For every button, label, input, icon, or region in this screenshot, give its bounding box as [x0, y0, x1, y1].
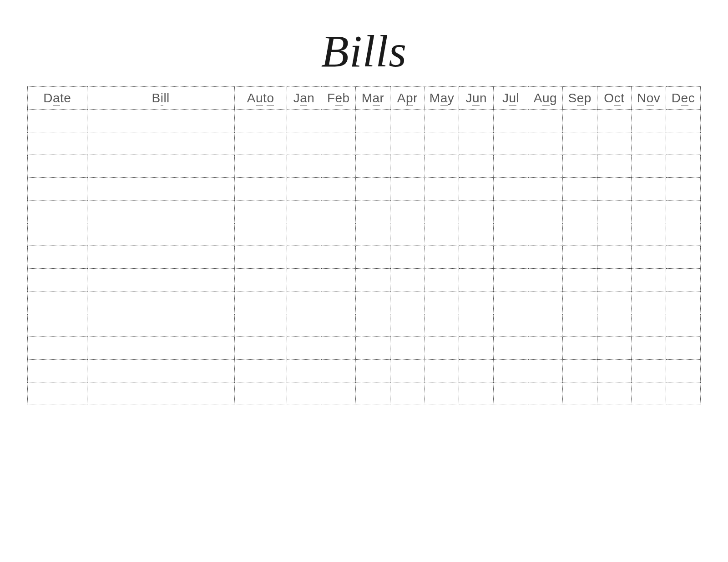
- table-cell[interactable]: [356, 155, 390, 178]
- table-cell[interactable]: [234, 337, 287, 360]
- table-cell[interactable]: [666, 382, 701, 405]
- table-cell[interactable]: [321, 269, 356, 291]
- table-cell[interactable]: [597, 246, 632, 269]
- table-cell[interactable]: [287, 382, 321, 405]
- table-cell[interactable]: [459, 110, 494, 132]
- table-cell[interactable]: [528, 337, 562, 360]
- table-cell[interactable]: [632, 314, 666, 337]
- table-cell[interactable]: [425, 132, 459, 155]
- table-cell[interactable]: [459, 246, 494, 269]
- table-cell[interactable]: [234, 314, 287, 337]
- table-cell[interactable]: [632, 201, 666, 223]
- table-cell[interactable]: [87, 155, 234, 178]
- table-cell[interactable]: [632, 132, 666, 155]
- table-cell[interactable]: [528, 360, 562, 382]
- table-cell[interactable]: [390, 178, 425, 201]
- table-cell[interactable]: [356, 314, 390, 337]
- table-cell[interactable]: [494, 201, 528, 223]
- table-cell[interactable]: [562, 155, 597, 178]
- table-cell[interactable]: [287, 360, 321, 382]
- table-cell[interactable]: [597, 110, 632, 132]
- table-cell[interactable]: [666, 132, 701, 155]
- table-cell[interactable]: [28, 269, 87, 291]
- table-cell[interactable]: [459, 291, 494, 314]
- table-cell[interactable]: [528, 382, 562, 405]
- table-cell[interactable]: [321, 132, 356, 155]
- table-cell[interactable]: [666, 155, 701, 178]
- table-cell[interactable]: [321, 337, 356, 360]
- table-cell[interactable]: [459, 178, 494, 201]
- table-cell[interactable]: [562, 132, 597, 155]
- table-cell[interactable]: [632, 382, 666, 405]
- table-cell[interactable]: [562, 110, 597, 132]
- table-cell[interactable]: [28, 110, 87, 132]
- table-cell[interactable]: [356, 178, 390, 201]
- table-cell[interactable]: [562, 269, 597, 291]
- table-cell[interactable]: [87, 223, 234, 246]
- table-cell[interactable]: [528, 269, 562, 291]
- table-cell[interactable]: [356, 132, 390, 155]
- table-cell[interactable]: [390, 269, 425, 291]
- table-cell[interactable]: [321, 291, 356, 314]
- table-cell[interactable]: [87, 132, 234, 155]
- table-cell[interactable]: [459, 155, 494, 178]
- table-cell[interactable]: [562, 291, 597, 314]
- table-cell[interactable]: [390, 201, 425, 223]
- table-cell[interactable]: [528, 223, 562, 246]
- table-cell[interactable]: [356, 337, 390, 360]
- table-cell[interactable]: [356, 269, 390, 291]
- table-cell[interactable]: [632, 178, 666, 201]
- table-cell[interactable]: [234, 178, 287, 201]
- table-cell[interactable]: [562, 382, 597, 405]
- table-cell[interactable]: [87, 382, 234, 405]
- table-cell[interactable]: [494, 178, 528, 201]
- table-cell[interactable]: [528, 132, 562, 155]
- table-cell[interactable]: [87, 110, 234, 132]
- table-cell[interactable]: [87, 201, 234, 223]
- table-cell[interactable]: [321, 178, 356, 201]
- table-cell[interactable]: [87, 291, 234, 314]
- table-cell[interactable]: [87, 360, 234, 382]
- table-cell[interactable]: [666, 291, 701, 314]
- table-cell[interactable]: [666, 110, 701, 132]
- table-cell[interactable]: [234, 382, 287, 405]
- table-cell[interactable]: [87, 337, 234, 360]
- table-cell[interactable]: [425, 360, 459, 382]
- table-cell[interactable]: [28, 314, 87, 337]
- table-cell[interactable]: [321, 314, 356, 337]
- table-cell[interactable]: [632, 360, 666, 382]
- table-cell[interactable]: [356, 110, 390, 132]
- table-cell[interactable]: [425, 246, 459, 269]
- table-cell[interactable]: [632, 291, 666, 314]
- table-cell[interactable]: [390, 223, 425, 246]
- table-cell[interactable]: [459, 223, 494, 246]
- table-cell[interactable]: [87, 178, 234, 201]
- table-cell[interactable]: [597, 132, 632, 155]
- table-cell[interactable]: [666, 360, 701, 382]
- table-cell[interactable]: [390, 132, 425, 155]
- table-cell[interactable]: [356, 223, 390, 246]
- table-cell[interactable]: [390, 337, 425, 360]
- table-cell[interactable]: [666, 201, 701, 223]
- table-cell[interactable]: [666, 314, 701, 337]
- table-cell[interactable]: [494, 110, 528, 132]
- table-cell[interactable]: [287, 132, 321, 155]
- table-cell[interactable]: [234, 223, 287, 246]
- table-cell[interactable]: [562, 360, 597, 382]
- table-cell[interactable]: [494, 132, 528, 155]
- table-cell[interactable]: [287, 223, 321, 246]
- table-cell[interactable]: [666, 223, 701, 246]
- table-cell[interactable]: [28, 360, 87, 382]
- table-cell[interactable]: [28, 291, 87, 314]
- table-cell[interactable]: [459, 382, 494, 405]
- table-cell[interactable]: [234, 360, 287, 382]
- table-cell[interactable]: [597, 382, 632, 405]
- table-cell[interactable]: [528, 314, 562, 337]
- table-cell[interactable]: [632, 110, 666, 132]
- table-cell[interactable]: [528, 291, 562, 314]
- table-cell[interactable]: [632, 155, 666, 178]
- table-cell[interactable]: [390, 155, 425, 178]
- table-cell[interactable]: [425, 178, 459, 201]
- table-cell[interactable]: [321, 246, 356, 269]
- table-cell[interactable]: [390, 110, 425, 132]
